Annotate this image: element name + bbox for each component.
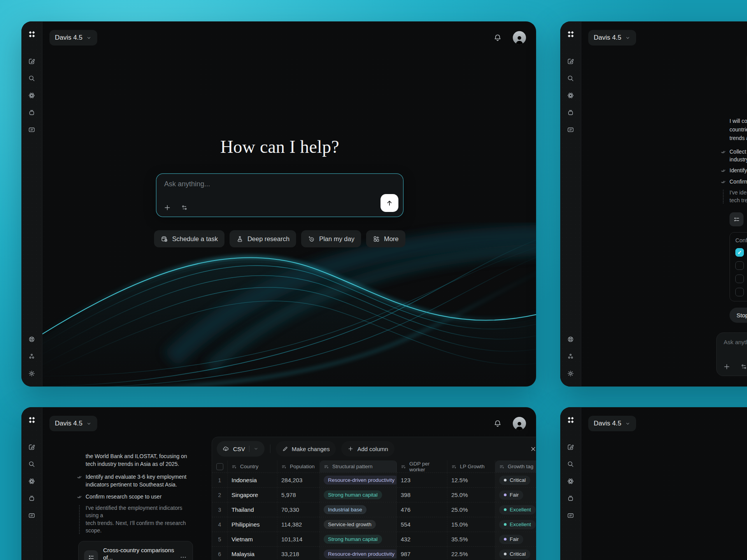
notifications-icon[interactable] [493,32,504,43]
compose-icon[interactable] [564,440,577,453]
table-row[interactable]: 5 Vietnam 101,314 Strong human capital 4… [212,532,536,546]
chevron-down-icon [86,421,92,427]
snippets-icon[interactable] [564,509,577,522]
column-header-growth-tag[interactable]: Growth tag [495,460,536,472]
search-icon[interactable] [564,72,577,85]
checkbox-checked[interactable]: ✓ [735,248,744,257]
checkbox[interactable] [735,288,744,296]
projects-icon[interactable] [25,492,39,505]
add-column-button[interactable]: Add column [341,441,394,457]
plan-my-day-label: Plan my day [319,235,354,243]
prompt-box [156,173,403,217]
notifications-icon[interactable] [493,418,504,429]
compose-icon[interactable] [25,54,39,68]
help-icon[interactable] [25,332,39,346]
row-index: 3 [212,502,228,517]
stop-task-button[interactable]: Stop task [729,308,747,323]
column-header-country[interactable]: Country [228,460,277,472]
model-selector[interactable]: Davis 4.5 [49,416,97,431]
snippets-icon[interactable] [25,123,39,136]
double-check-icon [721,149,726,155]
help-icon[interactable] [564,332,577,346]
compose-icon[interactable] [564,54,577,68]
attach-icon[interactable] [723,362,731,371]
row-index: 6 [212,547,228,560]
connections-icon[interactable] [564,350,577,363]
close-icon[interactable] [530,444,536,454]
app-logo-icon[interactable] [564,28,577,41]
cell-lp-growth: 22.5% [447,547,495,560]
tools-icon[interactable] [181,203,189,212]
search-icon[interactable] [25,457,39,471]
spaces-icon[interactable] [25,89,39,102]
cell-pattern: Industrial base [320,502,397,517]
app-logo-icon[interactable] [25,413,39,427]
projects-icon[interactable] [25,106,39,119]
settings-icon[interactable] [25,367,39,380]
model-name: Davis 4.5 [594,34,621,42]
deep-research-button[interactable]: Deep research [230,230,296,247]
table-row[interactable]: 2 Singapore 5,978 Strong human capital 3… [212,487,536,502]
checkbox[interactable] [735,261,744,270]
cell-lp-growth: 25.0% [447,502,495,517]
send-button[interactable] [381,194,398,212]
snippets-icon[interactable] [25,509,39,522]
prompt-input[interactable] [156,174,403,217]
assistant-reply: I will collect labor prodcountries from … [729,117,747,142]
chevron-up-icon[interactable] [189,494,195,499]
cell-growth-tag: Critical [495,547,536,560]
export-csv-button[interactable]: CSV [217,441,265,457]
cell-country: Indonesia [228,473,277,487]
avatar[interactable] [513,31,526,44]
toolbar-divider [270,444,270,453]
model-selector[interactable]: Davis 4.5 [588,416,636,431]
download-icon [223,446,229,452]
schedule-task-button[interactable]: Schedule a task [154,230,224,247]
window-empty: Davis 4.5 [560,407,747,560]
attach-icon[interactable] [163,203,172,212]
column-header-lp-growth[interactable]: LP Growth [447,460,495,472]
search-icon[interactable] [25,72,39,85]
column-header-population[interactable]: Population [277,460,320,472]
window-research-task: Davis 4.5 ILOSTA produc countr analys pa… [560,21,747,387]
select-all-checkbox[interactable] [212,460,228,472]
cell-population: 5,978 [277,488,320,502]
avatar[interactable] [513,417,526,430]
table-row[interactable]: 4 Philippines 114,382 Service-led growth… [212,517,536,532]
spaces-icon[interactable] [25,474,39,488]
model-name: Davis 4.5 [55,420,82,427]
column-header-gdp-per-worker[interactable]: GDP per worker [397,460,447,472]
connections-icon[interactable] [25,350,39,363]
make-changes-button[interactable]: Make changes [276,441,336,457]
settings-icon[interactable] [564,367,577,380]
table-row[interactable]: 1 Indonesia 284,203 Resource-driven prod… [212,472,536,487]
checklist-icon [729,212,743,226]
projects-icon[interactable] [564,106,577,119]
tools-icon[interactable] [740,362,747,371]
projects-icon[interactable] [564,492,577,505]
step-note: I've identified thetech trends. Next, [729,189,747,204]
pattern-badge: Strong human capital [324,490,382,499]
model-selector[interactable]: Davis 4.5 [49,30,97,46]
column-header-structural-pattern[interactable]: Structural pattern [320,460,397,472]
table-row[interactable]: 6 Malaysia 33,218 Resource-driven produc… [212,546,536,560]
app-logo-icon[interactable] [25,28,39,41]
more-options-icon[interactable] [180,553,187,560]
spaces-icon[interactable] [564,474,577,488]
table-row[interactable]: 3 Thailand 70,330 Industrial base 476 25… [212,502,536,517]
snippets-icon[interactable] [564,123,577,136]
chevron-down-icon[interactable] [189,474,195,480]
app-logo-icon[interactable] [564,413,577,427]
topbar: Davis 4.5 [581,407,747,440]
model-selector[interactable]: Davis 4.5 [588,30,636,46]
compose-icon[interactable] [25,440,39,453]
task-card[interactable]: Cross-country comparisons of... Confirm … [78,541,193,560]
spaces-icon[interactable] [564,89,577,102]
search-icon[interactable] [564,457,577,471]
checkbox[interactable] [735,275,744,283]
plan-my-day-button[interactable]: Plan my day [301,230,361,247]
cell-gdp: 123 [397,473,447,487]
prompt-box [716,332,747,376]
cell-pattern: Service-led growth [320,517,397,532]
more-button[interactable]: More [366,230,405,247]
